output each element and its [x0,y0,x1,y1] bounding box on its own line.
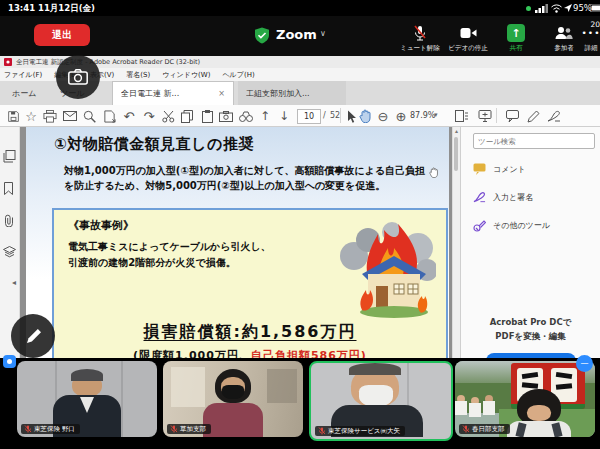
save-icon[interactable] [4,108,22,124]
hand-tool-icon[interactable] [356,108,374,124]
zoom-out-icon[interactable]: ⊖ [374,108,392,124]
tools-panel: コメント 入力と署名 その他のツール Acrobat Pro DCで PDFを変… [460,127,600,372]
pdf-slide: ①対物賠償金額見直しの推奨 対物1,000万円の加入型(①型)の加入者に対して、… [26,127,449,372]
stop-video-button[interactable]: ビデオの停止 [442,24,494,53]
clock: 13:41 [8,3,35,13]
panel-item-comment[interactable]: コメント [473,163,526,175]
pencil-tool-icon[interactable] [524,108,542,124]
annotate-camera-button[interactable] [56,55,100,99]
tab-home[interactable]: ホーム [4,81,44,105]
send-for-review-icon[interactable] [476,108,494,124]
zoom-menu-chevron-icon[interactable]: ∨ [320,29,326,38]
slide-title: ①対物賠償金額見直しの推奨 [54,135,254,154]
case-example-box: 《事故事例》 電気工事ミスによってケーブルから引火し、 引渡前の建物2階部分が火… [52,208,448,372]
case-label: 《事故事例》 [68,218,134,233]
zoom-control-bar: 退出 Zoom ∨ ミュート解除 ビデオの停止 ↑ 共有 [0,16,600,56]
menu-file[interactable]: ファイル(F) [4,70,42,80]
layers-icon[interactable] [3,246,17,260]
undo-icon[interactable]: ↶ [120,108,138,124]
muted-mic-icon [170,425,178,433]
page-thumbnails-icon[interactable] [3,150,17,164]
menu-window[interactable]: ウィンドウ(W) [162,70,210,80]
menu-help[interactable]: ヘルプ(H) [222,70,254,80]
zoom-level-value[interactable]: 87.9% [410,111,435,120]
minimize-icon: — [581,359,589,368]
cellular-signal-icon [535,4,549,13]
face-mask [222,385,244,399]
tools-search-input[interactable] [473,133,595,149]
tab-close-icon[interactable]: × [218,89,225,98]
tab-document-2[interactable]: 工組支部別加入... [238,81,346,105]
email-icon[interactable] [61,108,79,124]
stop-video-label: ビデオの停止 [448,44,488,52]
page-display-icon[interactable] [452,108,470,124]
tab-document-2-label: 工組支部別加入... [246,88,310,99]
cut-icon[interactable] [159,108,177,124]
find-binoculars-icon[interactable] [237,108,255,124]
export-pdf-icon[interactable] [100,108,118,124]
attachments-icon[interactable] [3,214,17,228]
participant-3-name-label: 東芝保険サービス㈱大矢 [315,426,405,437]
recording-dot-icon [526,6,531,11]
star-icon[interactable]: ☆ [22,108,40,124]
next-page-icon[interactable]: ↓ [275,108,293,124]
zoom-level-dropdown-icon[interactable]: ▾ [434,111,438,119]
fill-sign-icon [473,191,486,203]
panel-item-fill-sign[interactable]: 入力と署名 [473,191,533,203]
participant-tile-1[interactable]: 東芝保険 野口 東芝保険 野口 の画面 [17,361,157,437]
collapse-pane-icon[interactable]: ◂ [12,278,16,287]
print-icon[interactable] [41,108,59,124]
search-icon[interactable] [80,108,98,124]
wifi-icon [551,4,562,13]
scroll-up-icon[interactable]: ▴ [453,127,460,135]
participant-tile-2[interactable]: 草加支部 [163,361,303,437]
status-bar: 13:41 11月12日(金) 95% [0,0,600,16]
zoom-mini-indicator-icon[interactable] [3,355,16,368]
video-strip: 東芝保険 野口 東芝保険 野口 の画面 草加支部 [0,358,600,449]
camera-icon [68,69,88,85]
redo-icon[interactable]: ↷ [140,108,158,124]
zoom-shield-icon [254,27,270,44]
paste-icon[interactable] [198,108,216,124]
share-button[interactable]: ↑ 共有 [490,24,542,53]
more-tools-icon [473,219,486,232]
pencil-icon [25,328,42,345]
participant-tile-4[interactable]: 春日部支部 [455,361,595,437]
tab-document-active[interactable]: 全日電工連 新... × [112,81,234,105]
panel-item-more-tools[interactable]: その他のツール [473,219,550,232]
comment-tool-icon[interactable] [503,108,521,124]
damages-amount: 損害賠償額:約1,586万円 [54,322,446,343]
annotate-pencil-button[interactable] [11,314,55,358]
vertical-scrollbar[interactable]: ▴ [452,127,460,372]
menu-sign[interactable]: 署名(S) [126,70,150,80]
zoom-brand-label: Zoom [276,27,317,42]
more-button[interactable]: ••• 詳細 [576,24,600,53]
participant-tile-3-active[interactable]: 東芝保険サービス㈱大矢 [309,361,453,441]
page-separator: / [323,111,326,120]
more-dots-icon: ••• [576,24,600,42]
video-camera-icon [442,24,494,42]
fill-sign-tool-icon[interactable] [545,108,563,124]
minimize-thumbnails-button[interactable]: — [576,355,593,372]
location-arrow-icon [564,4,572,12]
participant-1-name-label: 東芝保険 野口 [21,424,80,435]
previous-page-icon[interactable]: ↑ [256,108,274,124]
muted-mic-icon [318,427,326,435]
snapshot-icon[interactable] [217,108,235,124]
participants-label: 参加者 [554,44,574,52]
mute-button[interactable]: ミュート解除 [394,24,446,53]
copy-icon[interactable] [178,108,196,124]
hand-cursor-icon [429,167,439,178]
acrobat-promo-line2: PDFを変換・編集 [461,331,600,343]
zoom-in-icon[interactable]: ⊕ [392,108,410,124]
scrollbar-thumb[interactable] [454,137,458,171]
share-label: 共有 [510,44,523,52]
share-screen-icon: ↑ [490,24,542,42]
muted-mic-icon [24,425,32,433]
page-number-input[interactable]: 10 [297,109,321,124]
bookmarks-icon[interactable] [3,182,17,196]
tab-document-active-label: 全日電工連 新... [121,88,214,99]
leave-button[interactable]: 退出 [34,24,90,46]
page-total: 52 [330,111,340,120]
panel-item-fill-sign-label: 入力と署名 [493,192,533,203]
